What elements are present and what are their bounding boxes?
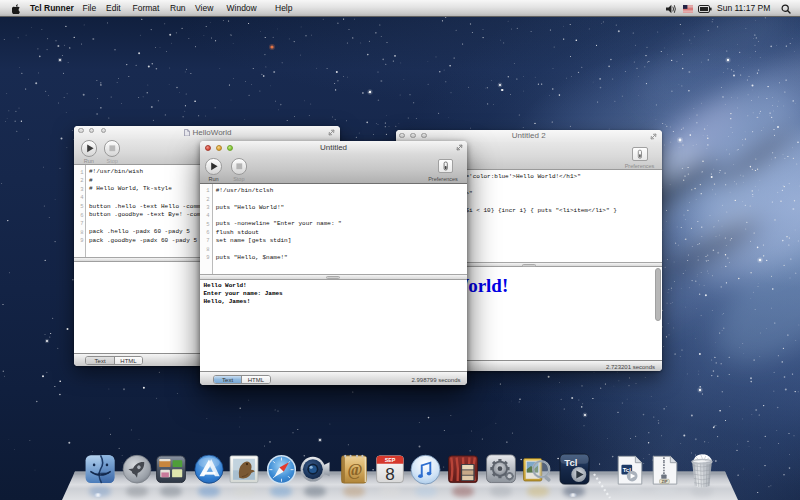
svg-text:8: 8 [385, 465, 395, 484]
svg-text:Tcl: Tcl [564, 457, 577, 468]
svg-text:ZIP: ZIP [661, 480, 667, 484]
svg-text:SEP: SEP [384, 457, 395, 463]
svg-text:@: @ [347, 461, 362, 479]
